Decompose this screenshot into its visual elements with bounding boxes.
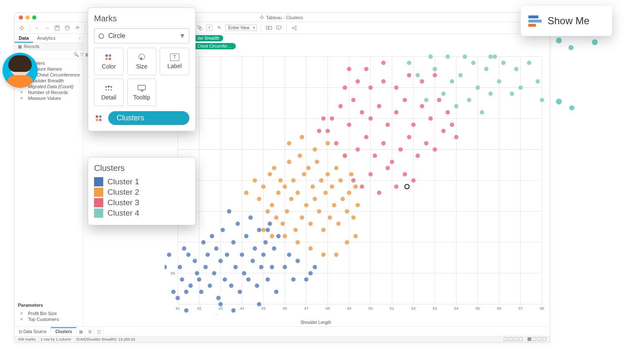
new-dashboard-button[interactable]: ⊞ bbox=[86, 328, 94, 335]
clusters-color-pill[interactable]: Clusters bbox=[108, 111, 189, 125]
legend-item[interactable]: Cluster 3 bbox=[94, 198, 189, 207]
svg-point-135 bbox=[308, 221, 313, 226]
legend-item[interactable]: Cluster 1 bbox=[94, 177, 189, 186]
marks-label[interactable]: T Label bbox=[160, 48, 189, 75]
window-minimize[interactable] bbox=[25, 15, 30, 20]
svg-point-59 bbox=[204, 265, 208, 269]
new-worksheet-button[interactable]: ▦ bbox=[76, 328, 86, 335]
tab-data[interactable]: Data bbox=[15, 34, 33, 43]
svg-point-159 bbox=[270, 234, 274, 238]
svg-text:41: 41 bbox=[176, 306, 180, 311]
svg-point-66 bbox=[218, 259, 222, 263]
svg-point-121 bbox=[278, 178, 283, 182]
columns-pill[interactable]: der Breadth bbox=[193, 35, 223, 41]
marks-size[interactable]: Size bbox=[127, 48, 157, 75]
new-datasource-button[interactable] bbox=[64, 24, 71, 32]
status-dim: 1 row by 1 column bbox=[41, 337, 71, 341]
svg-rect-11 bbox=[266, 26, 268, 29]
svg-point-157 bbox=[356, 203, 360, 207]
rows-pill[interactable]: Chest Circumfer… bbox=[193, 43, 236, 49]
svg-point-67 bbox=[221, 228, 225, 232]
marks-color[interactable]: Color bbox=[94, 48, 124, 75]
svg-point-55 bbox=[195, 271, 199, 275]
legend-item[interactable]: Cluster 2 bbox=[94, 188, 189, 197]
svg-point-199 bbox=[441, 129, 446, 133]
presentation-icon[interactable] bbox=[275, 24, 283, 32]
data-source-tab[interactable]: ⊟ Data Source bbox=[15, 328, 51, 335]
mark-type-select[interactable]: Circle ▼ bbox=[94, 28, 189, 43]
svg-point-53 bbox=[189, 283, 193, 288]
legend-item[interactable]: Cluster 4 bbox=[94, 209, 189, 218]
svg-point-288 bbox=[99, 119, 102, 121]
svg-rect-12 bbox=[269, 26, 272, 29]
text-icon[interactable]: T bbox=[206, 25, 213, 31]
svg-point-177 bbox=[347, 122, 351, 127]
svg-point-127 bbox=[291, 178, 296, 182]
svg-point-202 bbox=[360, 184, 364, 188]
filter-icon[interactable]: ▽ bbox=[80, 52, 84, 57]
label-icon: T bbox=[170, 53, 179, 61]
fit-select[interactable]: Entire View bbox=[225, 25, 257, 31]
show-me-button[interactable]: Show Me bbox=[521, 6, 612, 36]
svg-point-218 bbox=[364, 67, 368, 71]
svg-point-78 bbox=[244, 234, 248, 238]
records-section[interactable]: ▦ Records bbox=[15, 43, 83, 51]
svg-point-286 bbox=[99, 115, 102, 118]
svg-point-275 bbox=[109, 58, 111, 60]
svg-point-144 bbox=[328, 215, 332, 219]
svg-point-172 bbox=[326, 129, 330, 133]
field-item[interactable]: #Measure Values bbox=[15, 95, 83, 101]
svg-point-102 bbox=[184, 308, 188, 312]
svg-point-247 bbox=[446, 54, 450, 59]
search-icon[interactable]: 🔍 bbox=[74, 52, 79, 57]
svg-point-115 bbox=[265, 209, 270, 213]
format-icon[interactable]: ✎ bbox=[215, 24, 223, 32]
svg-rect-6 bbox=[20, 28, 21, 28]
svg-point-117 bbox=[270, 203, 274, 207]
svg-point-136 bbox=[311, 184, 315, 188]
svg-point-158 bbox=[261, 228, 265, 232]
svg-point-105 bbox=[231, 308, 235, 312]
forward-button[interactable]: → bbox=[43, 24, 51, 32]
svg-point-56 bbox=[197, 277, 201, 281]
svg-point-96 bbox=[291, 277, 296, 281]
parameter-item[interactable]: #Profit Bin Size bbox=[15, 311, 83, 316]
svg-point-246 bbox=[428, 54, 433, 59]
svg-point-208 bbox=[411, 178, 415, 182]
svg-point-161 bbox=[296, 240, 300, 244]
parameter-item[interactable]: #Top Customers bbox=[15, 316, 83, 322]
svg-line-19 bbox=[294, 28, 296, 29]
attach-icon[interactable]: 📎 bbox=[196, 24, 204, 32]
svg-point-99 bbox=[308, 271, 313, 275]
svg-point-240 bbox=[510, 92, 514, 96]
svg-point-217 bbox=[347, 67, 351, 71]
svg-text:49: 49 bbox=[347, 306, 351, 311]
window-close[interactable] bbox=[19, 15, 23, 20]
chevron-down-icon: ▼ bbox=[179, 32, 186, 40]
status-sum: SUM(Shoulder Breadth): 19,265.92 bbox=[76, 337, 135, 341]
svg-point-63 bbox=[212, 271, 216, 275]
svg-point-195 bbox=[424, 141, 428, 145]
svg-point-15 bbox=[292, 27, 294, 29]
svg-point-192 bbox=[411, 122, 415, 127]
svg-point-130 bbox=[298, 153, 302, 158]
svg-point-137 bbox=[313, 197, 317, 201]
svg-point-113 bbox=[257, 197, 261, 201]
svg-point-86 bbox=[261, 252, 265, 257]
marks-detail[interactable]: Detail bbox=[94, 79, 124, 106]
svg-point-51 bbox=[184, 290, 188, 294]
save-button[interactable] bbox=[54, 24, 61, 32]
marks-tooltip[interactable]: Tooltip bbox=[127, 79, 157, 106]
sheet-tab-clusters[interactable]: Clusters bbox=[51, 327, 76, 335]
svg-point-74 bbox=[235, 221, 240, 226]
refresh-button[interactable]: ⟳ bbox=[74, 24, 81, 32]
share-icon[interactable] bbox=[291, 24, 298, 32]
window-zoom[interactable] bbox=[32, 15, 36, 20]
new-story-button[interactable]: ◫ bbox=[94, 328, 104, 335]
collapse-pane[interactable]: ‹ bbox=[76, 34, 83, 43]
tab-analytics[interactable]: Analytics bbox=[33, 34, 60, 43]
back-button[interactable]: ← bbox=[33, 24, 41, 32]
field-item[interactable]: #Number of Records bbox=[15, 89, 83, 95]
svg-point-179 bbox=[356, 147, 360, 151]
show-cards-icon[interactable] bbox=[265, 24, 273, 32]
